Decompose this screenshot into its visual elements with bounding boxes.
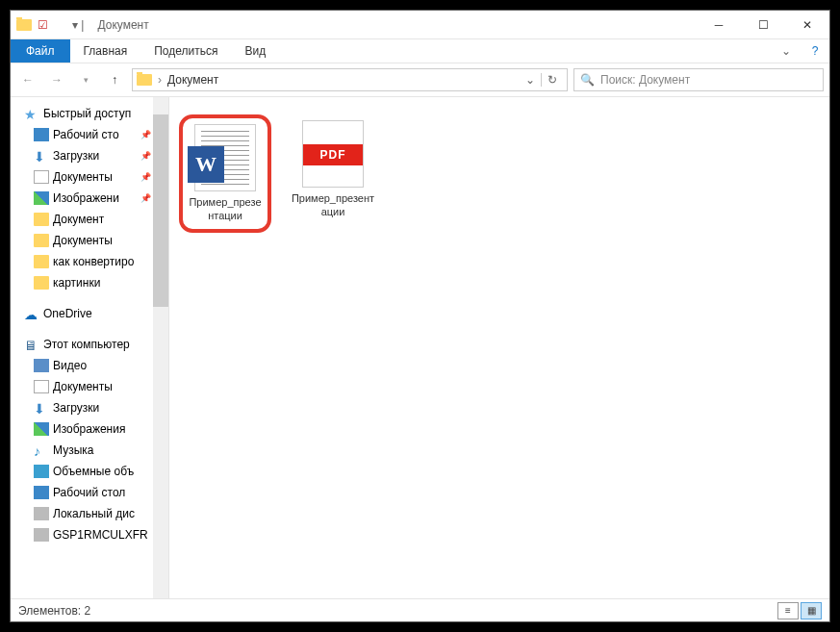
sidebar-item-pictures2[interactable]: Изображения (11, 418, 168, 440)
folder-icon (34, 234, 49, 247)
sidebar-item-music[interactable]: ♪Музыка (11, 440, 168, 461)
sidebar-item-local-disk[interactable]: Локальный дис (11, 503, 168, 524)
file-thumbnail: PDF (302, 120, 364, 188)
address-dropdown-button[interactable]: ⌄ (525, 73, 535, 87)
sidebar-item-documents3[interactable]: Документы (11, 376, 168, 397)
file-item-pdf[interactable]: PDF Пример_презентации (287, 114, 379, 225)
search-box[interactable]: 🔍 Поиск: Документ (573, 68, 824, 91)
onedrive-icon: ☁ (24, 307, 39, 320)
navigation-bar: ← → ▾ ↑ › Документ ⌄ ↻ 🔍 Поиск: Документ (11, 63, 829, 97)
address-text: Документ (167, 73, 520, 87)
pc-icon: 🖥 (24, 338, 39, 351)
folder-icon (137, 74, 152, 86)
forward-button[interactable]: → (45, 68, 68, 91)
desktop-icon (34, 486, 49, 499)
tab-file[interactable]: Файл (11, 39, 70, 63)
folder-icon (34, 276, 49, 290)
pin-icon: 📌 (140, 193, 151, 203)
view-icons-button[interactable]: ▦ (801, 602, 822, 619)
pdf-icon: PDF (303, 144, 363, 165)
desktop-icon (34, 128, 49, 141)
star-icon: ★ (24, 107, 39, 120)
pictures-icon (34, 191, 49, 205)
pin-icon: 📌 (140, 172, 151, 182)
back-button[interactable]: ← (16, 68, 39, 91)
search-placeholder: Поиск: Документ (600, 73, 690, 87)
sidebar-item-onedrive[interactable]: ☁OneDrive (11, 303, 168, 324)
video-icon (34, 359, 49, 372)
sidebar-item-downloads2[interactable]: ⬇Загрузки (11, 397, 168, 418)
navigation-pane: ★Быстрый доступ Рабочий сто📌 ⬇Загрузки📌 … (11, 97, 169, 598)
ribbon-expand-button[interactable]: ⌄ (772, 39, 801, 63)
sidebar-item-documents[interactable]: Документы📌 (11, 166, 168, 188)
sidebar-item-kartinki[interactable]: картинки (11, 272, 168, 293)
documents-icon (34, 380, 49, 393)
refresh-button[interactable]: ↻ (541, 73, 563, 87)
qat-button[interactable]: ☑ (34, 18, 51, 32)
close-button[interactable]: ✕ (785, 11, 829, 39)
folder-icon (34, 213, 49, 226)
sidebar-item-3d-objects[interactable]: Объемные объ (11, 461, 168, 482)
music-icon: ♪ (34, 443, 49, 457)
file-thumbnail: W (194, 124, 256, 191)
sidebar-item-convert[interactable]: как конвертиро (11, 251, 168, 272)
disk-icon (34, 507, 49, 520)
view-details-button[interactable]: ≡ (777, 602, 799, 619)
status-item-count: Элементов: 2 (18, 604, 90, 618)
pin-icon: 📌 (140, 130, 151, 139)
search-icon: 🔍 (580, 73, 595, 87)
word-icon: W (188, 146, 224, 183)
qat-dropdown[interactable]: ▾ | (72, 18, 84, 32)
up-button[interactable]: ↑ (103, 68, 126, 91)
file-name: Пример_презентации (291, 191, 375, 219)
tab-share[interactable]: Поделиться (140, 39, 231, 63)
titlebar: ☑ ▾ | Документ ─ ☐ ✕ (11, 11, 829, 39)
folder-icon (34, 255, 49, 268)
downloads-icon: ⬇ (34, 401, 49, 415)
disk-icon (34, 528, 49, 542)
sidebar-item-documents2[interactable]: Документы (11, 230, 168, 251)
sidebar-item-desktop[interactable]: Рабочий сто📌 (11, 124, 168, 145)
folder-icon (16, 19, 32, 31)
sidebar-item-desktop2[interactable]: Рабочий стол (11, 482, 168, 503)
3d-icon (34, 465, 49, 478)
recent-locations-button[interactable]: ▾ (74, 68, 97, 91)
sidebar-item-gsp[interactable]: GSP1RMCULXFR (11, 524, 168, 545)
minimize-button[interactable]: ─ (697, 11, 741, 39)
file-name: Пример_презентации (187, 195, 264, 223)
sidebar-item-pictures[interactable]: Изображени📌 (11, 188, 168, 209)
documents-icon (34, 170, 49, 184)
tab-home[interactable]: Главная (70, 39, 141, 63)
quick-access-toolbar: ☑ ▾ | (11, 18, 89, 32)
address-bar[interactable]: › Документ ⌄ ↻ (132, 68, 568, 91)
window-title: Документ (97, 18, 697, 32)
qat-button[interactable] (53, 18, 70, 32)
help-button[interactable]: ? (801, 39, 829, 63)
tab-view[interactable]: Вид (231, 39, 279, 63)
maximize-button[interactable]: ☐ (741, 11, 785, 39)
pin-icon: 📌 (140, 151, 151, 161)
status-bar: Элементов: 2 ≡ ▦ (11, 598, 829, 621)
file-list[interactable]: W Пример_презентации PDF Пример_презента… (169, 97, 829, 598)
sidebar-item-dokument[interactable]: Документ (11, 209, 168, 230)
ribbon: Файл Главная Поделиться Вид ⌄ ? (11, 39, 829, 63)
downloads-icon: ⬇ (34, 149, 49, 163)
sidebar-item-video[interactable]: Видео (11, 355, 168, 376)
file-item-word[interactable]: W Пример_презентации (179, 114, 271, 233)
sidebar-item-quick-access[interactable]: ★Быстрый доступ (11, 103, 168, 124)
sidebar-item-downloads[interactable]: ⬇Загрузки📌 (11, 145, 168, 166)
pictures-icon (34, 422, 49, 436)
explorer-window: ☑ ▾ | Документ ─ ☐ ✕ Файл Главная Подели… (10, 10, 830, 622)
sidebar-scrollbar[interactable] (153, 97, 168, 598)
sidebar-item-this-pc[interactable]: 🖥Этот компьютер (11, 334, 168, 355)
